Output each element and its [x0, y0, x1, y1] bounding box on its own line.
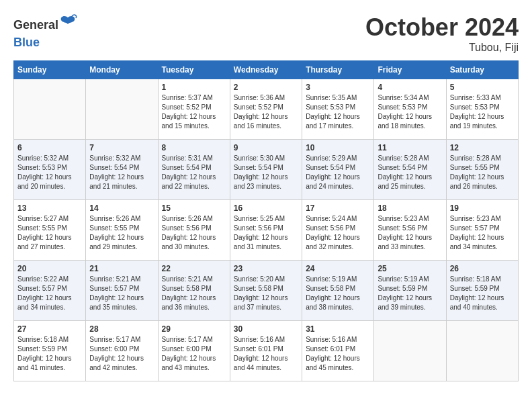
calendar-cell: 4Sunrise: 5:34 AMSunset: 5:53 PMDaylight…: [374, 79, 446, 140]
cell-content: Sunrise: 5:33 AMSunset: 5:53 PMDaylight:…: [450, 93, 515, 131]
day-number: 15: [162, 203, 226, 213]
day-number: 6: [17, 143, 82, 152]
cell-content: Sunrise: 5:27 AMSunset: 5:55 PMDaylight:…: [17, 214, 82, 252]
cell-content: Sunrise: 5:32 AMSunset: 5:54 PMDaylight:…: [89, 154, 154, 191]
day-number: 12: [450, 143, 515, 152]
calendar-cell: 22Sunrise: 5:21 AMSunset: 5:58 PMDayligh…: [158, 261, 230, 321]
logo-general: General: [13, 19, 58, 31]
day-number: 3: [306, 83, 370, 92]
calendar-cell: 8Sunrise: 5:31 AMSunset: 5:54 PMDaylight…: [158, 140, 230, 200]
day-number: 7: [89, 143, 154, 152]
cell-content: Sunrise: 5:31 AMSunset: 5:54 PMDaylight:…: [162, 154, 226, 191]
day-number: 19: [450, 203, 515, 213]
day-number: 27: [17, 324, 82, 334]
day-of-week-header: Thursday: [302, 61, 374, 79]
day-of-week-header: Saturday: [446, 61, 518, 79]
day-number: 5: [450, 83, 515, 92]
calendar-cell: 21Sunrise: 5:21 AMSunset: 5:57 PMDayligh…: [86, 261, 158, 321]
day-number: 4: [378, 83, 442, 92]
calendar-cell: 20Sunrise: 5:22 AMSunset: 5:57 PMDayligh…: [14, 261, 86, 321]
cell-content: Sunrise: 5:26 AMSunset: 5:56 PMDaylight:…: [162, 214, 226, 252]
cell-content: Sunrise: 5:17 AMSunset: 6:00 PMDaylight:…: [162, 335, 226, 373]
day-number: 11: [378, 143, 442, 152]
page-header: General Blue October 2024 Tubou, Fiji: [13, 13, 519, 54]
cell-content: Sunrise: 5:25 AMSunset: 5:56 PMDaylight:…: [234, 214, 298, 252]
calendar-cell: 31Sunrise: 5:16 AMSunset: 6:01 PMDayligh…: [302, 321, 374, 381]
cell-content: Sunrise: 5:32 AMSunset: 5:53 PMDaylight:…: [17, 154, 82, 191]
day-number: 16: [234, 203, 298, 213]
calendar-cell: 19Sunrise: 5:23 AMSunset: 5:57 PMDayligh…: [446, 200, 518, 261]
calendar-cell: 10Sunrise: 5:29 AMSunset: 5:54 PMDayligh…: [302, 140, 374, 200]
cell-content: Sunrise: 5:23 AMSunset: 5:56 PMDaylight:…: [378, 214, 442, 252]
day-of-week-header: Monday: [86, 61, 158, 79]
day-number: 1: [162, 83, 226, 92]
day-number: 28: [89, 324, 154, 334]
calendar-cell: 9Sunrise: 5:30 AMSunset: 5:54 PMDaylight…: [230, 140, 302, 200]
calendar-cell: 6Sunrise: 5:32 AMSunset: 5:53 PMDaylight…: [14, 140, 86, 200]
cell-content: Sunrise: 5:18 AMSunset: 5:59 PMDaylight:…: [17, 335, 82, 373]
day-of-week-header: Wednesday: [230, 61, 302, 79]
location: Tubou, Fiji: [365, 42, 519, 54]
cell-content: Sunrise: 5:26 AMSunset: 5:55 PMDaylight:…: [89, 214, 154, 252]
cell-content: Sunrise: 5:30 AMSunset: 5:54 PMDaylight:…: [234, 154, 298, 191]
day-number: 8: [162, 143, 226, 152]
day-number: 22: [162, 264, 226, 273]
calendar-cell: 11Sunrise: 5:28 AMSunset: 5:54 PMDayligh…: [374, 140, 446, 200]
calendar-cell: [374, 321, 446, 381]
cell-content: Sunrise: 5:35 AMSunset: 5:53 PMDaylight:…: [306, 93, 370, 131]
logo-blue: Blue: [13, 36, 77, 48]
day-number: 29: [162, 324, 226, 334]
calendar-cell: 17Sunrise: 5:24 AMSunset: 5:56 PMDayligh…: [302, 200, 374, 261]
calendar-cell: 3Sunrise: 5:35 AMSunset: 5:53 PMDaylight…: [302, 79, 374, 140]
cell-content: Sunrise: 5:28 AMSunset: 5:54 PMDaylight:…: [378, 154, 442, 191]
cell-content: Sunrise: 5:16 AMSunset: 6:01 PMDaylight:…: [234, 335, 298, 373]
day-of-week-header: Tuesday: [158, 61, 230, 79]
calendar-cell: 5Sunrise: 5:33 AMSunset: 5:53 PMDaylight…: [446, 79, 518, 140]
calendar-cell: 7Sunrise: 5:32 AMSunset: 5:54 PMDaylight…: [86, 140, 158, 200]
cell-content: Sunrise: 5:22 AMSunset: 5:57 PMDaylight:…: [17, 275, 82, 312]
day-number: 2: [234, 83, 298, 92]
cell-content: Sunrise: 5:23 AMSunset: 5:57 PMDaylight:…: [450, 214, 515, 252]
calendar-cell: 25Sunrise: 5:19 AMSunset: 5:59 PMDayligh…: [374, 261, 446, 321]
calendar-cell: 24Sunrise: 5:19 AMSunset: 5:58 PMDayligh…: [302, 261, 374, 321]
calendar-cell: 29Sunrise: 5:17 AMSunset: 6:00 PMDayligh…: [158, 321, 230, 381]
cell-content: Sunrise: 5:21 AMSunset: 5:58 PMDaylight:…: [162, 275, 226, 312]
day-of-week-header: Sunday: [14, 61, 86, 79]
day-number: 21: [89, 264, 154, 273]
calendar-cell: 15Sunrise: 5:26 AMSunset: 5:56 PMDayligh…: [158, 200, 230, 261]
cell-content: Sunrise: 5:34 AMSunset: 5:53 PMDaylight:…: [378, 93, 442, 131]
cell-content: Sunrise: 5:29 AMSunset: 5:54 PMDaylight:…: [306, 154, 370, 191]
calendar-cell: 30Sunrise: 5:16 AMSunset: 6:01 PMDayligh…: [230, 321, 302, 381]
calendar-cell: 13Sunrise: 5:27 AMSunset: 5:55 PMDayligh…: [14, 200, 86, 261]
calendar-body: 1Sunrise: 5:37 AMSunset: 5:52 PMDaylight…: [14, 79, 519, 381]
day-number: 24: [306, 264, 370, 273]
cell-content: Sunrise: 5:21 AMSunset: 5:57 PMDaylight:…: [89, 275, 154, 312]
calendar-cell: 23Sunrise: 5:20 AMSunset: 5:58 PMDayligh…: [230, 261, 302, 321]
cell-content: Sunrise: 5:37 AMSunset: 5:52 PMDaylight:…: [162, 93, 226, 131]
calendar-cell: 14Sunrise: 5:26 AMSunset: 5:55 PMDayligh…: [86, 200, 158, 261]
day-number: 20: [17, 264, 82, 273]
calendar-cell: 16Sunrise: 5:25 AMSunset: 5:56 PMDayligh…: [230, 200, 302, 261]
cell-content: Sunrise: 5:24 AMSunset: 5:56 PMDaylight:…: [306, 214, 370, 252]
day-number: 17: [306, 203, 370, 213]
cell-content: Sunrise: 5:16 AMSunset: 6:01 PMDaylight:…: [306, 335, 370, 373]
cell-content: Sunrise: 5:18 AMSunset: 5:59 PMDaylight:…: [450, 275, 515, 312]
calendar-cell: 2Sunrise: 5:36 AMSunset: 5:52 PMDaylight…: [230, 79, 302, 140]
day-number: 23: [234, 264, 298, 273]
calendar-header: SundayMondayTuesdayWednesdayThursdayFrid…: [14, 61, 519, 79]
cell-content: Sunrise: 5:28 AMSunset: 5:55 PMDaylight:…: [450, 154, 515, 191]
day-number: 14: [89, 203, 154, 213]
logo-bird-icon: [58, 13, 77, 36]
calendar-table: SundayMondayTuesdayWednesdayThursdayFrid…: [13, 60, 519, 381]
calendar-cell: 26Sunrise: 5:18 AMSunset: 5:59 PMDayligh…: [446, 261, 518, 321]
calendar-cell: [86, 79, 158, 140]
day-number: 26: [450, 264, 515, 273]
day-number: 18: [378, 203, 442, 213]
cell-content: Sunrise: 5:19 AMSunset: 5:59 PMDaylight:…: [378, 275, 442, 312]
cell-content: Sunrise: 5:19 AMSunset: 5:58 PMDaylight:…: [306, 275, 370, 312]
day-number: 10: [306, 143, 370, 152]
calendar-cell: 18Sunrise: 5:23 AMSunset: 5:56 PMDayligh…: [374, 200, 446, 261]
calendar-cell: 12Sunrise: 5:28 AMSunset: 5:55 PMDayligh…: [446, 140, 518, 200]
calendar-cell: 28Sunrise: 5:17 AMSunset: 6:00 PMDayligh…: [86, 321, 158, 381]
calendar-cell: [446, 321, 518, 381]
